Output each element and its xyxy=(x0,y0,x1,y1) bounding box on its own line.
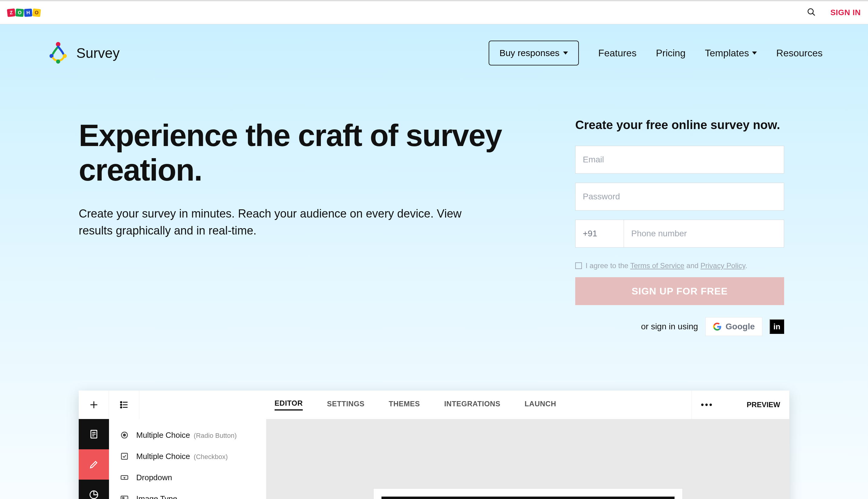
survey-mark-icon xyxy=(46,40,71,66)
nav-templates-label: Templates xyxy=(705,48,749,59)
dropdown-icon xyxy=(119,472,129,483)
question-type-item[interactable]: Multiple Choice (Radio Button) xyxy=(117,425,257,446)
search-icon[interactable] xyxy=(807,8,816,18)
nav: Survey Buy responses Features Pricing Te… xyxy=(0,36,868,70)
zoho-logo[interactable]: Z O H O xyxy=(7,9,40,17)
side-rail xyxy=(79,419,109,499)
terms-prefix: I agree to the xyxy=(586,261,630,270)
rail-analytics-icon[interactable] xyxy=(79,479,109,499)
google-signin-button[interactable]: Google xyxy=(705,317,762,336)
tab-integrations[interactable]: INTEGRATIONS xyxy=(444,400,501,410)
tab-editor[interactable]: EDITOR xyxy=(275,399,303,411)
list-icon[interactable] xyxy=(109,391,139,419)
terms-and: and xyxy=(684,261,700,270)
question-type-label: Multiple Choice (Checkbox) xyxy=(136,452,228,461)
more-icon[interactable]: ••• xyxy=(692,400,722,410)
hero-title: Experience the craft of survey creation. xyxy=(79,118,539,187)
zoho-tile: Z xyxy=(7,8,16,17)
nav-features[interactable]: Features xyxy=(598,48,637,59)
svg-point-5 xyxy=(56,60,60,64)
radio-icon xyxy=(119,430,129,440)
buy-responses-button[interactable]: Buy responses xyxy=(489,40,579,65)
tab-themes[interactable]: THEMES xyxy=(389,400,420,410)
hero-subtitle: Create your survey in minutes. Reach you… xyxy=(79,205,472,239)
question-types-panel: Multiple Choice (Radio Button)Multiple C… xyxy=(109,419,266,499)
editor-preview: EDITOR SETTINGS THEMES INTEGRATIONS LAUN… xyxy=(79,391,789,499)
question-type-item[interactable]: Multiple Choice (Checkbox) xyxy=(117,446,257,467)
svg-point-10 xyxy=(120,404,122,405)
question-type-label: Dropdown xyxy=(136,473,172,482)
svg-rect-23 xyxy=(121,496,128,499)
svg-point-0 xyxy=(808,9,813,14)
zoho-tile: H xyxy=(24,9,32,17)
buy-responses-label: Buy responses xyxy=(500,48,559,58)
terms-dot: . xyxy=(745,261,747,270)
linkedin-icon: in xyxy=(773,322,780,331)
rail-edit-icon[interactable] xyxy=(79,449,109,479)
survey-card-header xyxy=(381,497,675,499)
tab-settings[interactable]: SETTINGS xyxy=(327,400,365,410)
question-type-sublabel: (Checkbox) xyxy=(192,453,228,461)
signup-form: Create your free online survey now. +91 … xyxy=(575,118,784,336)
zoho-tile: O xyxy=(33,8,41,17)
google-icon xyxy=(713,322,721,331)
question-type-sublabel: (Radio Button) xyxy=(192,432,237,439)
hero-section: Survey Buy responses Features Pricing Te… xyxy=(0,24,868,499)
phone-field[interactable] xyxy=(624,220,784,247)
question-type-label: Image Type xyxy=(136,494,177,499)
email-field[interactable] xyxy=(575,146,784,174)
question-type-label: Multiple Choice (Radio Button) xyxy=(136,430,237,440)
chevron-down-icon xyxy=(563,51,568,54)
or-signin-label: or sign in using xyxy=(641,322,698,331)
svg-point-8 xyxy=(120,401,122,403)
svg-rect-21 xyxy=(122,453,127,459)
signin-link[interactable]: SIGN IN xyxy=(830,8,861,17)
question-type-item[interactable]: Image Type xyxy=(117,488,257,499)
nav-templates[interactable]: Templates xyxy=(705,48,757,59)
terms-link[interactable]: Terms of Service xyxy=(630,261,684,270)
svg-point-20 xyxy=(123,434,126,436)
password-field[interactable] xyxy=(575,183,784,210)
zoho-tile: O xyxy=(15,9,24,17)
signup-heading: Create your free online survey now. xyxy=(575,118,784,132)
global-bar: Z O H O SIGN IN xyxy=(0,0,868,24)
nav-resources[interactable]: Resources xyxy=(776,48,822,59)
svg-line-1 xyxy=(812,13,815,15)
google-label: Google xyxy=(726,322,755,331)
survey-card xyxy=(374,489,682,499)
nav-pricing[interactable]: Pricing xyxy=(656,48,685,59)
editor-preview-link[interactable]: PREVIEW xyxy=(738,401,780,409)
terms-checkbox[interactable] xyxy=(575,263,582,269)
tab-launch[interactable]: LAUNCH xyxy=(525,400,556,410)
signup-button[interactable]: SIGN UP FOR FREE xyxy=(575,277,784,305)
svg-point-12 xyxy=(120,406,122,408)
terms-row: I agree to the Terms of Service and Priv… xyxy=(575,261,784,270)
brand-name: Survey xyxy=(76,45,119,61)
privacy-link[interactable]: Privacy Policy xyxy=(701,261,745,270)
question-type-item[interactable]: Dropdown xyxy=(117,467,257,488)
chevron-down-icon xyxy=(752,51,757,54)
image-icon xyxy=(119,494,129,499)
rail-pages-icon[interactable] xyxy=(79,419,109,449)
add-icon[interactable] xyxy=(79,391,109,419)
editor-canvas[interactable] xyxy=(266,419,789,499)
checkbox-icon xyxy=(119,451,129,461)
linkedin-signin-button[interactable]: in xyxy=(770,319,784,334)
country-code-select[interactable]: +91 xyxy=(575,220,624,247)
survey-logo[interactable]: Survey xyxy=(46,40,119,66)
